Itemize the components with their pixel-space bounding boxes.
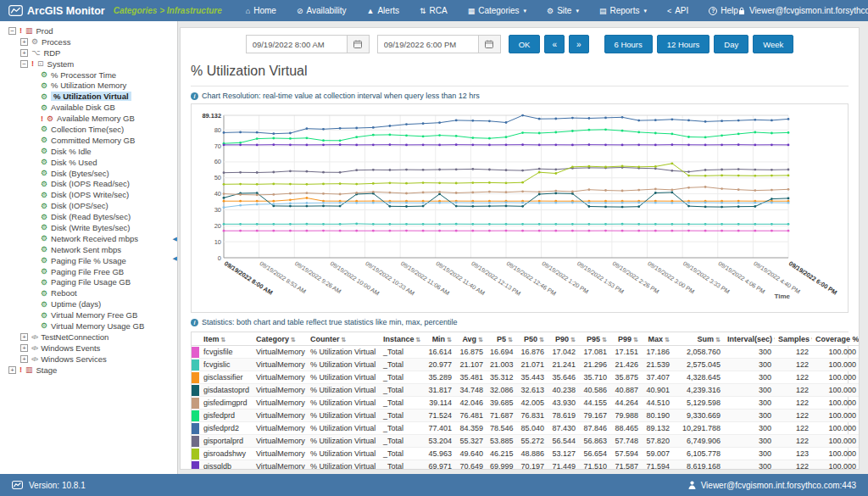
cell-p99: 71.587 (610, 460, 642, 471)
end-date-calendar-button[interactable] (479, 35, 501, 53)
brand[interactable]: ArcGIS Monitor (8, 5, 105, 17)
column-header-counter[interactable]: Counter⇅ (307, 332, 380, 346)
tree-node-disk-bytes-sec[interactable]: ⚙Disk (Bytes/sec) (5, 168, 177, 179)
tree-node-disk-iops-sec[interactable]: ⚙Disk (IOPS/sec) (5, 200, 177, 211)
tree-node-utilization-virtual[interactable]: ⚙% Utilization Virtual (5, 91, 177, 102)
column-header-category[interactable]: Category⇅ (253, 332, 307, 346)
column-header-p95[interactable]: P95⇅ (579, 332, 610, 346)
column-header-label: P95 (587, 335, 600, 343)
column-header-interval-sec[interactable]: Interval(sec)⇅ (724, 332, 775, 346)
column-header-coverage[interactable]: Coverage %⇅ (812, 332, 860, 346)
nav-item-rca[interactable]: ⇅RCA (420, 6, 448, 15)
nav-item-availability[interactable]: ⊘Availability (297, 6, 347, 15)
tree-node-rdp[interactable]: +⌥RDP (5, 47, 177, 59)
collapse-icon[interactable]: − (8, 27, 16, 35)
sort-icon[interactable]: ⇅ (478, 337, 483, 343)
utilization-line-chart[interactable]: 0102030405060708089.13209/19/2022 8:00 A… (195, 107, 848, 309)
column-header-p99[interactable]: P99⇅ (610, 332, 642, 346)
collapse-icon[interactable]: − (20, 60, 28, 68)
sidebar-collapse-arrow-icon[interactable]: ◀ (173, 255, 177, 261)
start-date-calendar-button[interactable] (348, 35, 370, 53)
nav-item-site[interactable]: ⚙Site▾ (547, 6, 579, 15)
expand-icon[interactable]: + (20, 333, 28, 341)
sort-icon[interactable]: ⇅ (221, 337, 226, 343)
tree-node-paging-file-free-gb[interactable]: ⚙Paging File Free GB (5, 266, 177, 277)
navbar-user-label[interactable]: Viewer@fcvgismon.int.forsythco.com:443 /… (749, 6, 868, 15)
tree-node-available-disk-gb[interactable]: ⚙Available Disk GB (5, 102, 177, 113)
step-forward-button[interactable]: » (569, 35, 589, 53)
sort-icon[interactable]: ⇅ (291, 337, 296, 343)
tree-node-paging-file-usage-gb[interactable]: ⚙Paging File Usage GB (5, 276, 177, 287)
column-header-item[interactable]: Item⇅ (200, 332, 253, 346)
tree-node-disk-iops-read-sec[interactable]: ⚙Disk (IOPS Read/sec) (5, 178, 177, 189)
start-date-input[interactable] (246, 35, 348, 53)
tree-node-utilization-memory[interactable]: ⚙% Utilization Memory (5, 80, 177, 91)
sort-icon[interactable]: ⇅ (570, 337, 576, 343)
tree-node-committed-memory-gb[interactable]: ⚙Committed Memory GB (5, 135, 177, 146)
tree-node-collection-time-sec[interactable]: ⚙Collection Time(sec) (5, 124, 177, 135)
column-header-min[interactable]: Min⇅ (424, 332, 455, 346)
sort-icon[interactable]: ⇅ (539, 337, 544, 343)
nav-item-reports[interactable]: ▤Reports▾ (599, 6, 647, 15)
ok-button[interactable]: OK (509, 35, 541, 53)
expand-icon[interactable]: + (8, 366, 16, 374)
sort-icon[interactable]: ⇅ (715, 337, 721, 343)
navbar-user-area[interactable]: Viewer@fcvgismon.int.forsythco.com:443 /… (738, 6, 868, 15)
tree-node-windows-services[interactable]: +</>Windows Services (5, 354, 177, 365)
expand-icon[interactable]: + (20, 49, 28, 57)
nav-item-api[interactable]: <API (667, 6, 688, 15)
tree-node-paging-file-usage[interactable]: ⚙Paging File % Usage (5, 255, 177, 266)
tree-node-process[interactable]: +⚙Process (5, 36, 177, 47)
sort-icon[interactable]: ⇅ (342, 337, 347, 343)
column-header-max[interactable]: Max⇅ (642, 332, 673, 346)
sort-icon[interactable]: ⇅ (602, 337, 607, 343)
tree-node-system[interactable]: −!⊡System (5, 59, 177, 70)
nav-item-home[interactable]: ⌂Home (246, 6, 276, 15)
sort-icon[interactable]: ⇅ (633, 337, 638, 343)
expand-icon[interactable]: + (20, 344, 28, 352)
expand-icon[interactable]: + (20, 38, 28, 46)
tree-node-disk-read-bytes-sec[interactable]: ⚙Disk (Read Bytes/sec) (5, 211, 177, 222)
nav-item-help[interactable]: ?Help (709, 6, 738, 15)
sidebar-collapse-handle[interactable]: ◀ ◀ (173, 236, 177, 261)
tree-node-virtual-memory-free-gb[interactable]: ⚙Virtual Memory Free GB (5, 309, 177, 320)
range-week-button[interactable]: Week (753, 35, 793, 53)
sort-icon[interactable]: ⇅ (774, 337, 775, 343)
expand-icon[interactable]: + (20, 355, 28, 363)
tree-node-disk-used[interactable]: ⚙Disk % Used (5, 157, 177, 168)
tree-node-virtual-memory-usage-gb[interactable]: ⚙Virtual Memory Usage GB (5, 320, 177, 332)
step-back-button[interactable]: « (544, 35, 565, 53)
end-date-input[interactable] (377, 35, 479, 53)
tree-node-stage[interactable]: +!▥Stage (5, 365, 177, 376)
range-12-hours-button[interactable]: 12 Hours (657, 35, 710, 53)
column-header-sum[interactable]: Sum⇅ (673, 332, 724, 346)
tree-node-reboot[interactable]: ⚙Reboot (5, 287, 177, 298)
sidebar-collapse-arrow-icon[interactable]: ◀ (173, 236, 177, 242)
sort-icon[interactable]: ⇅ (508, 337, 513, 343)
tree-node-uptime-days[interactable]: ⚙Uptime (days) (5, 298, 177, 309)
tree-node-testnetconnection[interactable]: +</>TestNetConnection (5, 332, 177, 343)
range-6-hours-button[interactable]: 6 Hours (604, 35, 653, 53)
column-header-p90[interactable]: P90⇅ (548, 332, 579, 346)
range-day-button[interactable]: Day (714, 35, 748, 53)
nav-item-alerts[interactable]: ▲Alerts (367, 6, 399, 15)
tree-node-disk-idle[interactable]: ⚙Disk % Idle (5, 146, 177, 157)
tree-node-disk-write-bytes-sec[interactable]: ⚙Disk (Write Bytes/sec) (5, 222, 177, 233)
column-header-avg[interactable]: Avg⇅ (455, 332, 487, 346)
sort-icon[interactable]: ⇅ (811, 337, 812, 343)
column-header-instance[interactable]: Instance⇅ (380, 332, 424, 346)
tree-node-prod[interactable]: −!▥Prod (5, 25, 177, 36)
column-header-p5[interactable]: P5⇅ (487, 332, 516, 346)
tree-node-disk-iops-write-sec[interactable]: ⚙Disk (IOPS Write/sec) (5, 189, 177, 200)
nav-item-categories[interactable]: ▦Categories▾ (468, 6, 526, 15)
tree-node-windows-events[interactable]: +</>Windows Events (5, 343, 177, 354)
tree-node-network-sent-mbps[interactable]: ⚙Network Sent mbps (5, 244, 177, 255)
sort-icon[interactable]: ⇅ (665, 337, 670, 343)
column-header-p50[interactable]: P50⇅ (516, 332, 548, 346)
tree-node-network-received-mbps[interactable]: ⚙Network Received mbps (5, 233, 177, 244)
sort-icon[interactable]: ⇅ (447, 337, 452, 343)
tree-node-available-memory-gb[interactable]: !⚙Available Memory GB (5, 113, 177, 124)
sort-icon[interactable]: ⇅ (416, 337, 421, 343)
column-header-samples[interactable]: Samples⇅ (775, 332, 812, 346)
tree-node-processor-time[interactable]: ⚙% Processor Time (5, 70, 177, 81)
